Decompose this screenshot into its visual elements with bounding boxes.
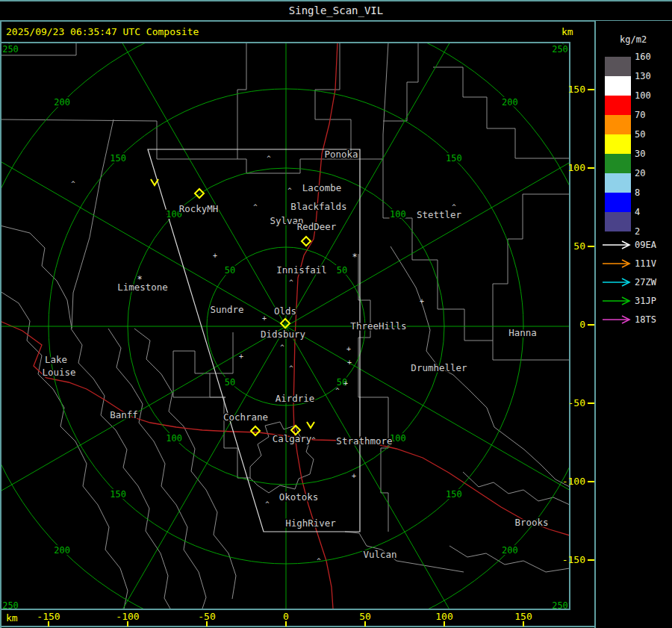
place-label: Brooks (514, 517, 548, 528)
right-axis-tick-label: -100 (560, 476, 585, 487)
town-caret-marker: ^ (287, 187, 292, 194)
scale-value-label: 8 (635, 187, 640, 198)
county-boundary (493, 194, 569, 341)
ring-distance-label: 100 (166, 433, 182, 444)
county-boundary (1, 226, 72, 329)
bottom-axis-tick (523, 621, 524, 627)
town-caret-marker: ^ (317, 557, 321, 565)
place-label: Lake (45, 354, 67, 365)
scale-swatch (605, 57, 631, 76)
bottom-axis-tick-label: -150 (31, 611, 66, 622)
ring-distance-label: 150 (446, 489, 462, 500)
place-label: Lacombe (302, 182, 342, 193)
right-axis-tick-label: 0 (560, 319, 585, 330)
ring-distance-label: 250 (2, 600, 19, 609)
town-star-marker: * (137, 274, 142, 285)
place-label: HighRiver (285, 517, 336, 529)
bottom-axis-tick (206, 621, 208, 627)
place-label: RedDeer (297, 221, 337, 232)
bottom-axis-tick-label: 0 (268, 611, 304, 622)
place-label: Banff (110, 409, 138, 420)
storm-motion-arrow (151, 179, 158, 185)
scale-value-label: 100 (635, 90, 651, 101)
bottom-axis-tick (285, 621, 287, 627)
bottom-axis-tick (364, 621, 366, 627)
right-axis-tick-label: 100 (560, 162, 585, 173)
place-label: Sundre (210, 304, 243, 315)
radar-id-label: 27ZW (635, 277, 656, 287)
place-label: ThreeHills (350, 320, 406, 332)
place-label: Okotoks (279, 491, 319, 503)
radar-id-label: 31JP (635, 296, 656, 306)
bottom-axis-tick-label: 100 (426, 611, 462, 622)
right-axis-tick (588, 481, 594, 482)
frame-bottom-line (0, 626, 596, 627)
place-label: RockyMH (179, 203, 219, 214)
scale-swatch (605, 134, 631, 154)
bottom-axis-tick (127, 621, 128, 627)
town-caret-marker: ^ (267, 155, 271, 162)
right-axis-tick (588, 246, 594, 247)
scale-swatch (605, 193, 631, 212)
timestamp-label: 2025/09/23 06:35:47 UTC Composite (6, 26, 199, 37)
scale-value-label: 130 (635, 71, 651, 81)
town-plus-marker: + (346, 345, 351, 353)
scale-value-label: 4 (635, 207, 640, 217)
right-axis-tick-label: -50 (560, 397, 585, 408)
scale-value-label: 30 (635, 149, 645, 159)
town-caret-marker: ^ (335, 387, 340, 394)
county-boundary (224, 397, 250, 478)
town-caret-marker: ^ (289, 279, 293, 286)
place-label: Didsbury (261, 329, 306, 340)
place-label: Airdrie (276, 393, 315, 404)
radar-arrow-icon (602, 296, 632, 306)
right-axis-tick-label: -150 (560, 554, 585, 565)
scale-value-label: 2 (635, 226, 640, 237)
ring-distance-label: 250 (552, 600, 568, 609)
scale-value-label: 50 (635, 129, 645, 140)
radar-map-panel: 5050505010010010010015015015015020020020… (0, 42, 570, 610)
town-plus-marker: + (343, 379, 348, 388)
place-label: Vulcan (363, 549, 396, 560)
county-boundary (383, 159, 569, 360)
county-boundary (373, 397, 388, 532)
radar-id-label: 09EA (635, 240, 656, 250)
radar-arrow-icon (602, 314, 632, 325)
ring-distance-label: 200 (54, 545, 70, 556)
bottom-axis-tick-label: 150 (505, 611, 541, 622)
scale-swatch (605, 115, 631, 134)
county-boundary (237, 43, 246, 159)
right-axis-tick (588, 89, 594, 90)
town-plus-marker: + (352, 472, 356, 480)
ring-distance-label: 50 (337, 265, 347, 276)
place-label: Strathmore (336, 435, 392, 447)
county-boundary (351, 43, 388, 159)
right-axis-tick (588, 402, 594, 404)
radar-arrow-icon (602, 240, 632, 250)
county-boundary (383, 43, 418, 121)
county-boundary (134, 329, 236, 599)
radar-id-label: 18TS (635, 314, 656, 325)
town-caret-marker: ^ (253, 203, 258, 211)
storm-cell-marker (302, 237, 311, 246)
storm-cell-marker (251, 426, 260, 435)
town-caret-marker: ^ (280, 343, 284, 351)
place-label: Hanna (508, 327, 537, 338)
bottom-axis-tick-label: -100 (110, 611, 146, 622)
scale-swatch (605, 76, 631, 96)
right-axis-tick-label: 150 (560, 84, 585, 95)
town-caret-marker: ^ (265, 500, 270, 508)
town-plus-marker: + (239, 352, 243, 361)
ring-distance-label: 250 (552, 44, 568, 55)
town-plus-marker: + (420, 297, 424, 305)
ring-distance-label: 100 (390, 209, 406, 220)
county-boundary (433, 67, 569, 158)
radar-application-window: Single_Scan_VIL 2025/09/23 06:35:47 UTC … (0, 0, 672, 628)
ring-distance-label: 50 (225, 265, 235, 276)
radar-arrow-icon (602, 258, 632, 269)
right-axis-tick (588, 559, 594, 561)
county-boundary (173, 351, 210, 373)
scale-swatch (605, 154, 631, 173)
radar-id-label: 111V (635, 258, 656, 269)
place-label: Drumheller (411, 362, 467, 373)
